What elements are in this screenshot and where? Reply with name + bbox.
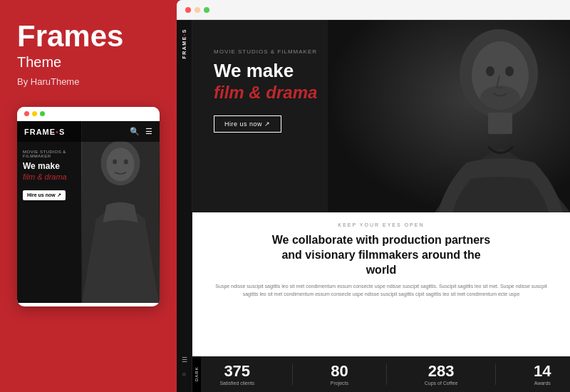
stat-item-projects: 80 Projects bbox=[331, 363, 348, 386]
mobile-content: FRAME•S 🔍 ☰ bbox=[17, 121, 160, 303]
mobile-logo: FRAME•S bbox=[24, 128, 65, 136]
browser-bar bbox=[177, 0, 570, 20]
mobile-hero-image bbox=[81, 121, 160, 303]
desktop-section-text: Suspe ndisse suscipit sagittis leo sit m… bbox=[192, 283, 570, 298]
mobile-dot-red bbox=[24, 111, 29, 116]
svg-rect-12 bbox=[488, 113, 512, 134]
theme-subtitle: Theme bbox=[17, 54, 160, 71]
desktop-headline-line1: We make bbox=[214, 61, 378, 81]
stat-label-projects: Projects bbox=[331, 381, 348, 386]
desktop-section-headline: We collaborate with production partnersa… bbox=[192, 233, 570, 277]
stat-divider-2 bbox=[386, 363, 387, 385]
mobile-tagline: MOVIE STUDIOS & FILMMAKER bbox=[23, 150, 87, 158]
stat-divider-3 bbox=[495, 363, 496, 385]
svg-point-9 bbox=[486, 66, 494, 76]
stats-items: 375 Satisfied clients 80 Projects 283 Cu… bbox=[201, 356, 570, 392]
desktop-hero-text: MOVIE STUDIOS & FILMMAKER We make film &… bbox=[214, 48, 378, 133]
mobile-nav: FRAME•S 🔍 ☰ bbox=[17, 121, 160, 142]
right-panel: FRAME•S ☰ ○ bbox=[177, 0, 570, 392]
stat-label-coffee: Cups of Coffee bbox=[425, 381, 458, 386]
stat-item-clients: 375 Satisfied clients bbox=[219, 363, 254, 386]
mobile-cta-button[interactable]: Hire us now ↗ bbox=[23, 190, 66, 200]
stat-label-awards: Awards bbox=[534, 381, 551, 386]
stat-number-coffee: 283 bbox=[425, 363, 458, 379]
desktop-tagline: MOVIE STUDIOS & FILMMAKER bbox=[214, 48, 378, 55]
stat-number-projects: 80 bbox=[331, 363, 348, 379]
mobile-text-content: MOVIE STUDIOS & FILMMAKER We make film &… bbox=[23, 150, 87, 200]
browser-dot-yellow bbox=[195, 7, 200, 13]
desktop-headline-italic: film & drama bbox=[214, 83, 378, 103]
stat-item-coffee: 283 Cups of Coffee bbox=[425, 363, 458, 386]
search-icon[interactable]: 🔍 bbox=[130, 127, 140, 136]
left-panel: Frames Theme By HaruTheme FRAME•S 🔍 ☰ bbox=[0, 0, 177, 392]
browser-dot-green bbox=[204, 7, 209, 13]
sidebar-menu-icon[interactable]: ☰ bbox=[182, 356, 187, 363]
mobile-headline-italic: film & drama bbox=[23, 172, 87, 181]
desktop-sidebar: FRAME•S ☰ ○ bbox=[177, 20, 192, 392]
mobile-dot-yellow bbox=[32, 111, 37, 116]
desktop-section-label: KEEP YOUR EYES OPEN bbox=[192, 212, 570, 227]
mobile-top-bar bbox=[17, 107, 160, 121]
stat-number-awards: 14 bbox=[534, 363, 551, 379]
desktop-hero: MOVIE STUDIOS & FILMMAKER We make film &… bbox=[192, 20, 570, 212]
stat-number-clients: 375 bbox=[219, 363, 254, 379]
desktop-content: FRAME•S ☰ ○ bbox=[177, 20, 570, 392]
mobile-nav-icons: 🔍 ☰ bbox=[130, 127, 152, 136]
svg-point-4 bbox=[124, 159, 128, 164]
svg-point-10 bbox=[505, 66, 514, 76]
stats-bar: Dark 375 Satisfied clients 80 Projects 2… bbox=[192, 356, 570, 392]
stat-label-clients: Satisfied clients bbox=[219, 381, 254, 386]
sidebar-search-icon[interactable]: ○ bbox=[182, 371, 187, 378]
theme-author: By HaruTheme bbox=[17, 76, 160, 87]
svg-point-2 bbox=[106, 148, 134, 181]
desktop-logo-vertical: FRAME•S bbox=[182, 29, 187, 59]
menu-icon[interactable]: ☰ bbox=[145, 127, 152, 136]
svg-point-3 bbox=[113, 159, 117, 164]
mobile-dot-green bbox=[40, 111, 45, 116]
desktop-sidebar-icons: ☰ ○ bbox=[182, 356, 187, 378]
browser-dot-red bbox=[185, 7, 191, 13]
stat-item-awards: 14 Awards bbox=[534, 363, 551, 386]
desktop-cta-button[interactable]: Hire us now ↗ bbox=[214, 115, 281, 133]
theme-title: Frames bbox=[17, 21, 160, 51]
desktop-lower-section: KEEP YOUR EYES OPEN We collaborate with … bbox=[192, 212, 570, 392]
stat-divider-1 bbox=[292, 363, 293, 385]
dark-tab[interactable]: Dark bbox=[192, 356, 201, 392]
svg-point-11 bbox=[480, 86, 520, 111]
mobile-mockup: FRAME•S 🔍 ☰ bbox=[17, 107, 160, 306]
mobile-headline: We make bbox=[23, 161, 87, 171]
